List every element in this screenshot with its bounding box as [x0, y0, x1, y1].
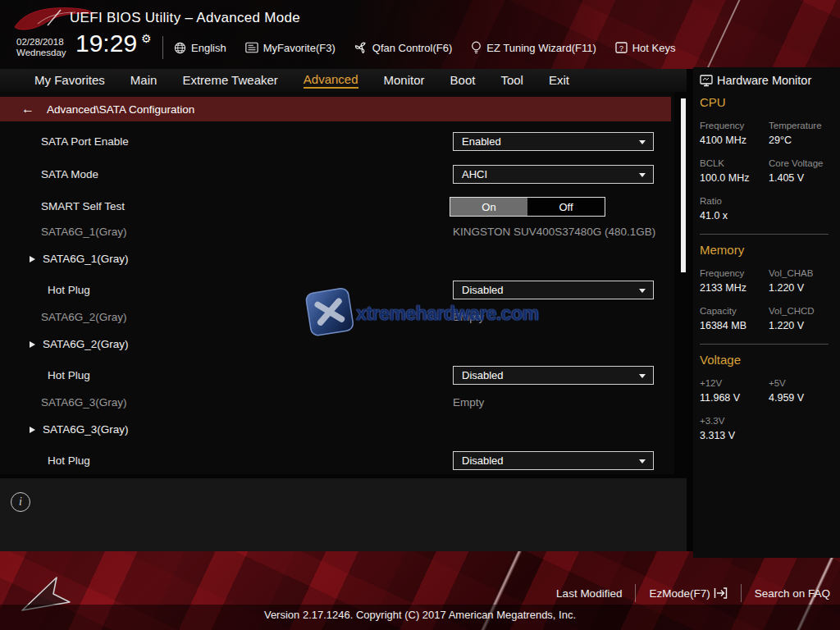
qfan-control-button[interactable]: Qfan Control(F6): [354, 41, 453, 54]
submenu-row-sata6g-3[interactable]: SATA6G_3(Gray): [0, 422, 674, 442]
smart-self-test-toggle[interactable]: On Off: [450, 197, 605, 217]
setting-label: Hot Plug: [48, 281, 90, 300]
watermark-text: xtremehardware.com: [356, 303, 538, 325]
date-value: 02/28/2018: [16, 37, 66, 48]
reading: Capacity 16384 MB: [700, 306, 769, 331]
reading: BCLK 100.0 MHz: [700, 158, 769, 184]
tab-advanced[interactable]: Advanced: [304, 69, 358, 92]
toggle-off-option[interactable]: Off: [527, 198, 605, 216]
memory-readings: Frequency 2133 MHz Vol_CHAB 1.220 V Capa…: [700, 268, 832, 344]
monitor-icon: [700, 75, 713, 87]
tab-exit[interactable]: Exit: [549, 69, 569, 92]
header-divider: [162, 36, 163, 59]
last-modified-button[interactable]: Last Modified: [556, 587, 622, 600]
submenu-label: SATA6G_3(Gray): [43, 422, 129, 437]
reading: +5V 4.959 V: [769, 378, 832, 404]
footer-divider: [635, 584, 636, 602]
tab-boot[interactable]: Boot: [450, 69, 476, 92]
gear-icon[interactable]: ⚙: [141, 33, 152, 44]
dropdown-value: Disabled: [462, 454, 504, 467]
section-title-memory: Memory: [700, 243, 832, 257]
breadcrumb-label: Advanced\SATA Configuration: [47, 103, 194, 116]
breadcrumb: ← Advanced\SATA Configuration: [0, 97, 671, 121]
reading: +3.3V 3.313 V: [700, 416, 769, 441]
myfavorite-label: MyFavorite(F3): [263, 42, 336, 54]
reading: Temperature 29°C: [769, 121, 832, 146]
chevron-down-icon: [639, 289, 646, 293]
sata-port-enable-dropdown[interactable]: Enabled: [453, 132, 654, 151]
section-title-voltage: Voltage: [700, 353, 832, 367]
tab-monitor[interactable]: Monitor: [384, 69, 425, 92]
search-on-faq-button[interactable]: Search on FAQ: [755, 587, 830, 600]
chevron-down-icon: [639, 459, 646, 463]
hardware-monitor-header: Hardware Monitor: [700, 74, 832, 87]
setting-row-hot-plug-3: Hot Plug Disabled: [0, 451, 674, 471]
tab-extreme-tweaker[interactable]: Extreme Tweaker: [182, 69, 277, 92]
chevron-down-icon: [639, 140, 646, 144]
ezmode-button[interactable]: EzMode(F7): [649, 587, 727, 600]
hot-plug-2-dropdown[interactable]: Disabled: [453, 366, 654, 385]
footer-bar: Last Modified EzMode(F7) Search on FAQ: [556, 583, 830, 603]
scrollbar-thumb[interactable]: [681, 98, 686, 272]
fan-icon: [354, 41, 368, 54]
question-icon: ?: [615, 42, 628, 53]
watermark: xtremehardware.com: [305, 287, 527, 341]
reading: Frequency 2133 MHz: [700, 268, 769, 294]
section-divider: [700, 234, 829, 235]
toggle-on-option[interactable]: On: [450, 198, 527, 216]
setting-label: Hot Plug: [48, 366, 90, 386]
submenu-row-sata6g-1[interactable]: SATA6G_1(Gray): [0, 252, 674, 272]
sata-mode-dropdown[interactable]: AHCI: [453, 165, 654, 184]
watermark-x-icon: [302, 284, 360, 342]
reading: Core Voltage 1.405 V: [769, 158, 832, 184]
description-panel: i: [0, 478, 687, 551]
submenu-label: SATA6G_2(Gray): [43, 337, 129, 352]
cpu-readings: Frequency 4100 MHz Temperature 29°C BCLK…: [700, 121, 832, 234]
nav-bar: My Favorites Main Extreme Tweaker Advanc…: [0, 69, 687, 92]
hot-keys-button[interactable]: ? Hot Keys: [615, 42, 676, 54]
port-device-value: Empty: [453, 395, 484, 410]
tab-main[interactable]: Main: [130, 69, 158, 92]
submenu-arrow-icon: [30, 427, 35, 433]
date-display: 02/28/2018 Wednesday: [16, 37, 66, 58]
tab-tool[interactable]: Tool: [500, 69, 523, 92]
hardware-monitor-panel: Hardware Monitor CPU Frequency 4100 MHz …: [693, 67, 840, 558]
settings-panel: ← Advanced\SATA Configuration SATA Port …: [0, 92, 674, 474]
bulb-icon: [471, 41, 482, 54]
setting-row-sata-mode: SATA Mode AHCI: [0, 165, 674, 185]
setting-label: SATA Mode: [41, 165, 98, 185]
weekday-value: Wednesday: [16, 48, 66, 58]
myfavorite-button[interactable]: MyFavorite(F3): [245, 42, 336, 54]
tab-my-favorites[interactable]: My Favorites: [34, 69, 105, 92]
ez-tuning-wizard-button[interactable]: EZ Tuning Wizard(F11): [471, 41, 596, 54]
submenu-arrow-icon: [30, 341, 35, 348]
reading: +12V 11.968 V: [700, 378, 769, 404]
setting-row-hot-plug-2: Hot Plug Disabled: [0, 366, 674, 386]
ezmode-label: EzMode(F7): [649, 587, 710, 600]
globe-icon: [174, 42, 186, 54]
chevron-down-icon: [639, 173, 646, 177]
dropdown-value: AHCI: [462, 168, 487, 180]
footer-divider: [741, 584, 742, 602]
dropdown-value: Disabled: [462, 369, 504, 381]
setting-row-smart-self-test: SMART Self Test On Off: [0, 197, 674, 217]
header-toolbar: English MyFavorite(F3) Qfan Control(F6) …: [174, 36, 675, 59]
submenu-arrow-icon: [30, 256, 35, 262]
hardware-monitor-title: Hardware Monitor: [717, 74, 811, 87]
chevron-down-icon: [639, 374, 646, 378]
hot-keys-label: Hot Keys: [632, 42, 676, 54]
info-icon: i: [11, 492, 30, 512]
port-label: SATA6G_1(Gray): [41, 225, 127, 240]
ez-tuning-wizard-label: EZ Tuning Wizard(F11): [486, 42, 596, 54]
back-arrow-icon[interactable]: ←: [21, 103, 34, 116]
section-title-cpu: CPU: [700, 95, 832, 109]
dropdown-value: Enabled: [462, 135, 501, 148]
time-display: 19:29: [75, 30, 137, 57]
myfavorite-icon: [245, 42, 258, 53]
port-label: SATA6G_2(Gray): [41, 310, 127, 325]
language-button[interactable]: English: [174, 42, 226, 54]
info-row-sata6g-1: SATA6G_1(Gray) KINGSTON SUV400S37480G (4…: [0, 225, 674, 244]
reading: Ratio 41.0 x: [700, 196, 769, 221]
section-divider: [700, 344, 829, 345]
hot-plug-3-dropdown[interactable]: Disabled: [453, 451, 654, 470]
